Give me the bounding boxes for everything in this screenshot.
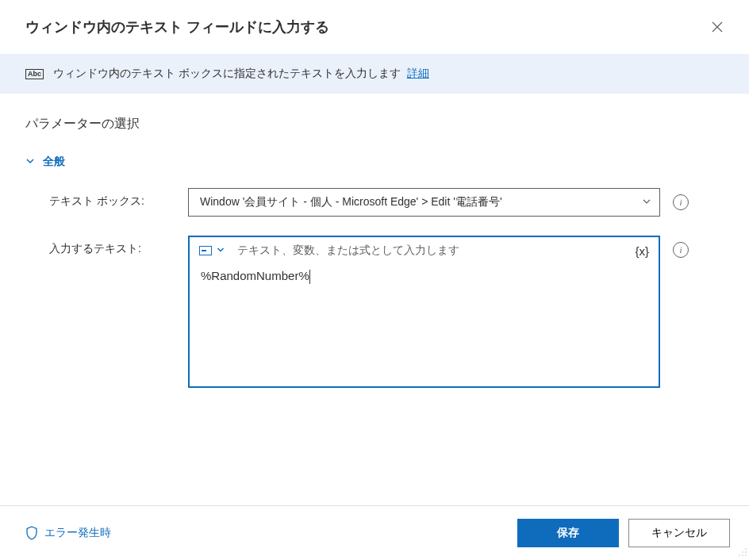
close-button[interactable] [705, 14, 730, 40]
content-area: パラメーターの選択 全般 テキスト ボックス: Window '会員サイト - … [0, 94, 749, 388]
dialog-header: ウィンドウ内のテキスト フィールドに入力する [0, 0, 749, 54]
general-section-toggle[interactable]: 全般 [25, 155, 724, 169]
textbox-dropdown[interactable]: Window '会員サイト - 個人 - Microsoft Edge' > E… [188, 188, 660, 217]
svg-point-5 [745, 554, 747, 556]
abc-icon: Abc [25, 69, 44, 79]
svg-point-3 [739, 554, 740, 556]
textbox-label: テキスト ボックス: [49, 188, 188, 209]
svg-point-0 [745, 548, 747, 550]
general-section-label: 全般 [43, 155, 65, 169]
chevron-down-icon [217, 246, 225, 255]
editor-placeholder: テキスト、変数、または式として入力します [237, 244, 459, 258]
close-icon [712, 21, 723, 33]
textbox-param-row: テキスト ボックス: Window '会員サイト - 個人 - Microsof… [25, 188, 724, 217]
resize-grip[interactable] [736, 547, 747, 558]
section-title: パラメーターの選択 [25, 116, 724, 132]
textbox-info-icon[interactable]: i [673, 194, 689, 210]
text-mode-icon [199, 246, 212, 255]
insert-variable-button[interactable]: {x} [635, 244, 649, 258]
inputtext-label: 入力するテキスト: [49, 236, 188, 256]
banner-text: ウィンドウ内のテキスト ボックスに指定されたテキストを入力します 詳細 [53, 67, 429, 81]
save-button[interactable]: 保存 [517, 519, 619, 547]
inputtext-param-row: 入力するテキスト: テキスト、変数、または式として入力します {x} [25, 236, 724, 388]
svg-point-2 [745, 551, 747, 553]
dialog-footer: エラー発生時 保存 キャンセル [0, 505, 749, 560]
editor-content[interactable]: %RandomNumber% [190, 264, 659, 289]
details-link[interactable]: 詳細 [407, 67, 429, 79]
text-cursor [309, 270, 310, 284]
info-banner: Abc ウィンドウ内のテキスト ボックスに指定されたテキストを入力します 詳細 [0, 54, 749, 94]
on-error-link[interactable]: エラー発生時 [25, 526, 111, 540]
svg-point-4 [742, 554, 743, 556]
svg-point-1 [742, 551, 743, 553]
cancel-button[interactable]: キャンセル [628, 519, 730, 547]
textbox-value: Window '会員サイト - 個人 - Microsoft Edge' > E… [200, 195, 502, 209]
inputtext-info-icon[interactable]: i [673, 242, 689, 258]
shield-icon [25, 526, 38, 540]
text-mode-toggle[interactable] [199, 246, 225, 255]
dialog-title: ウィンドウ内のテキスト フィールドに入力する [25, 17, 329, 36]
editor-toolbar: テキスト、変数、または式として入力します {x} [190, 237, 659, 264]
chevron-down-icon [642, 197, 651, 209]
inputtext-editor[interactable]: テキスト、変数、または式として入力します {x} %RandomNumber% [188, 236, 660, 388]
chevron-down-icon [25, 156, 35, 168]
